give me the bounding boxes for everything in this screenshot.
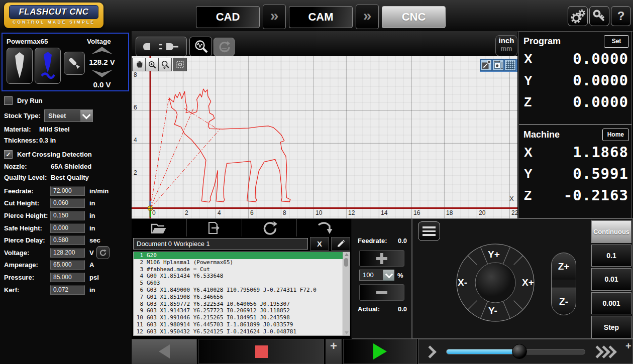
x-tick: 8 xyxy=(283,209,286,216)
license-key-button[interactable] xyxy=(589,6,609,26)
unit-toggle-button[interactable]: inch mm xyxy=(495,35,517,56)
axis-letter: Z xyxy=(524,188,532,203)
kerf-crossing-checkbox[interactable]: ✓ xyxy=(4,150,13,159)
parameter-input[interactable]: 72.000 xyxy=(50,186,85,196)
speed-expand-button[interactable]: + xyxy=(625,340,631,352)
toggle-grid-button[interactable] xyxy=(504,59,516,71)
parameter-unit: V xyxy=(89,249,94,257)
line-text: #fabhead.mode = Cut xyxy=(147,266,210,273)
fit-view-button[interactable] xyxy=(480,59,492,71)
gcode-listing[interactable]: 1G20 2M106 Hplasma1 (Powermax65) 3#fabhe… xyxy=(133,252,350,336)
show-dimensions-button[interactable] xyxy=(492,59,504,71)
help-button[interactable]: ? xyxy=(611,6,631,26)
parameter-input[interactable]: 85.000 xyxy=(50,273,85,282)
gcode-line[interactable]: 1G20 xyxy=(134,252,350,259)
back-triangle-icon xyxy=(159,344,170,358)
override-dropdown-arrow-icon[interactable] xyxy=(383,270,394,281)
pan-tool-button[interactable] xyxy=(132,58,146,71)
jog-z-plus-button[interactable]: Z+ xyxy=(551,253,576,280)
jog-mode-button[interactable]: Step xyxy=(591,316,631,338)
gcode-line[interactable]: 11G03 X1.980914 Y6.445703 I-1.861899 J0.… xyxy=(134,321,350,328)
scroll-up-icon[interactable] xyxy=(345,253,349,256)
parameter-input[interactable]: 128.200 xyxy=(50,248,85,258)
speed-fast-chevrons-icon[interactable] xyxy=(595,347,615,358)
step-back-button[interactable] xyxy=(132,339,197,364)
stop-button[interactable] xyxy=(198,339,324,364)
zoom-extents-tool-button[interactable] xyxy=(173,58,187,71)
gcode-line[interactable]: 9G03 X1.914347 Y6.257723 I0.206912 J0.11… xyxy=(134,307,350,314)
y-tick: 4 xyxy=(134,137,137,144)
torch-on-button[interactable] xyxy=(35,48,61,84)
speed-slider-thumb[interactable] xyxy=(512,344,527,359)
reload-gcode-button[interactable] xyxy=(242,219,297,236)
app-logo: FLASHCUT CNC CONTROL MADE SIMPLE xyxy=(4,3,103,28)
gcode-line[interactable]: 2M106 Hplasma1 (Powermax65) xyxy=(134,259,350,266)
jog-z-minus-button[interactable]: Z- xyxy=(551,288,576,315)
override-decrease-button[interactable] xyxy=(359,284,404,301)
dropdown-arrow-icon[interactable] xyxy=(80,110,92,122)
mode-tab[interactable]: CNC xyxy=(382,6,446,28)
mode-tab[interactable]: CAD xyxy=(196,6,260,28)
parameter-input[interactable]: 0.580 xyxy=(50,235,85,245)
reset-button-disabled[interactable] xyxy=(214,38,235,56)
cad-viewport[interactable]: 0246810121416182022 8642 X xyxy=(132,56,517,218)
parameter-input[interactable]: 0.150 xyxy=(50,211,85,220)
jog-x-plus-button[interactable]: X+ xyxy=(522,277,534,288)
jog-mode-button[interactable]: 0.1 xyxy=(591,245,631,267)
home-button[interactable]: Home xyxy=(602,129,629,141)
gcode-line[interactable]: 6G03 X1.849000 Y6.410028 I10.795069 J-0.… xyxy=(134,287,350,294)
connect-controller-button[interactable] xyxy=(136,37,187,57)
jog-x-minus-button[interactable]: X- xyxy=(458,277,467,288)
scrollbar-thumb[interactable] xyxy=(344,258,348,267)
start-button[interactable] xyxy=(343,339,417,364)
override-increase-button[interactable] xyxy=(359,250,404,267)
zoom-window-tool-button[interactable] xyxy=(158,58,172,71)
line-number: 1 xyxy=(135,252,143,259)
y-tick: 2 xyxy=(134,169,137,176)
scroll-down-icon[interactable] xyxy=(345,331,349,334)
gcode-line[interactable]: 10G03 X1.991046 Y6.215265 I0.184951 J0.2… xyxy=(134,314,350,321)
cut-settings-sidebar: Powermax65 Voltage xyxy=(0,31,132,364)
set-button[interactable]: Set xyxy=(604,35,629,48)
jog-y-minus-button[interactable]: Y- xyxy=(488,305,497,316)
jog-mode-button[interactable]: Continuous xyxy=(591,220,631,243)
parameter-input[interactable]: 0.072 xyxy=(50,285,85,295)
open-file-button[interactable] xyxy=(132,219,187,236)
settings-button[interactable] xyxy=(568,6,588,26)
close-document-button[interactable]: X xyxy=(310,237,329,251)
gcode-line[interactable]: 5G603 xyxy=(134,280,350,287)
dry-run-checkbox[interactable] xyxy=(4,96,13,105)
parameter-input[interactable]: 0.060 xyxy=(50,198,85,208)
import-file-button[interactable] xyxy=(187,219,242,236)
jog-menu-button[interactable] xyxy=(418,221,440,241)
mode-tab[interactable]: CAM xyxy=(289,6,353,28)
override-value[interactable]: 100 xyxy=(359,270,383,281)
voltage-refresh-button[interactable] xyxy=(96,246,110,259)
line-number: 7 xyxy=(135,294,143,301)
gcode-line[interactable]: 4G00 X1.851434 Y6.533648 xyxy=(134,273,350,280)
gcode-line[interactable]: 7G01 X1.851908 Y6.346656 xyxy=(134,294,350,301)
transport-expand-button[interactable]: + xyxy=(326,339,342,364)
torch-off-button[interactable] xyxy=(7,48,33,84)
question-icon: ? xyxy=(617,9,625,23)
parameter-input[interactable]: 65.000 xyxy=(50,260,85,270)
edit-gcode-button[interactable] xyxy=(331,237,350,251)
stock-type-select[interactable]: Sheet xyxy=(44,109,93,122)
document-tab[interactable]: Document 0 Workpiece 1 xyxy=(133,238,308,250)
jog-mode-button[interactable]: 0.001 xyxy=(591,292,631,315)
parameter-input[interactable]: 0.000 xyxy=(50,223,85,233)
nav-separator-icon[interactable]: » xyxy=(356,5,379,29)
speed-slow-chevron-icon[interactable] xyxy=(426,347,435,358)
program-title: Program xyxy=(523,36,561,47)
line-text: G03 X1.980914 Y6.445703 I-1.861899 J0.03… xyxy=(147,321,293,328)
gcode-line[interactable]: 8G03 X1.859772 Y6.322534 I0.640056 J0.19… xyxy=(134,301,350,308)
gcode-line[interactable]: 12G03 X1.950432 Y6.524125 I-0.241624 J-0… xyxy=(134,328,350,335)
rotate-workpiece-button[interactable] xyxy=(297,219,352,236)
gcode-line[interactable]: 3#fabhead.mode = Cut xyxy=(134,266,350,273)
jog-mode-button[interactable]: 0.01 xyxy=(591,268,631,291)
jog-y-plus-button[interactable]: Y+ xyxy=(488,249,500,260)
gcode-scrollbar[interactable] xyxy=(343,252,350,335)
nav-separator-icon[interactable]: » xyxy=(263,5,286,29)
diagnostics-button[interactable] xyxy=(189,37,212,57)
zoom-in-tool-button[interactable] xyxy=(145,58,159,71)
